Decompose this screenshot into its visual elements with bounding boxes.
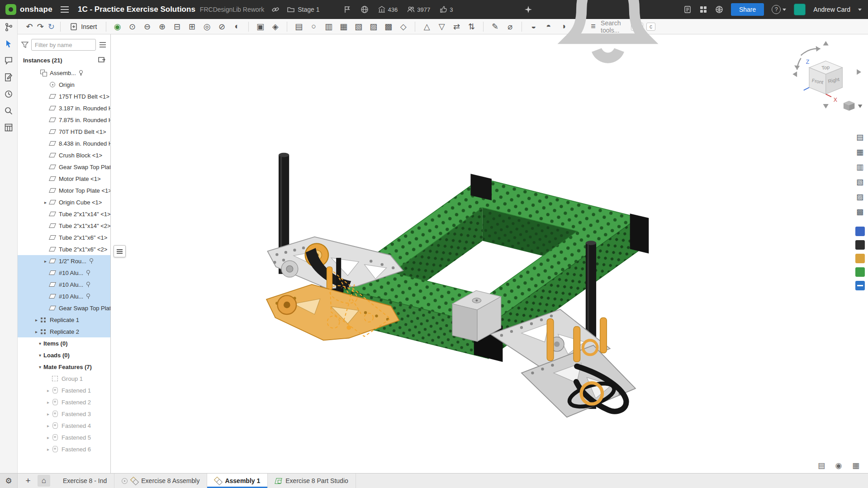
- share-button[interactable]: Share: [731, 3, 764, 16]
- section-panel-icon[interactable]: ▩: [854, 206, 865, 217]
- tree-row[interactable]: Motor Top Plate <1>: [18, 185, 110, 196]
- document-tab[interactable]: Exercise 8 - Ind: [56, 474, 114, 488]
- expand-chevron-icon[interactable]: ▸: [45, 423, 52, 428]
- tree-row[interactable]: Tube 2"x1"x6" <1>: [18, 232, 110, 243]
- search-icon[interactable]: [4, 106, 13, 115]
- branch-icon[interactable]: [4, 23, 13, 32]
- tree-row[interactable]: Tube 2"x1"x14" <2>: [18, 220, 110, 232]
- grid-icon[interactable]: ▦: [850, 460, 862, 471]
- integration-app-2-icon[interactable]: [855, 240, 865, 250]
- sep-1[interactable]: [248, 22, 249, 32]
- user-menu-chevron-icon[interactable]: [858, 9, 862, 11]
- globe-icon[interactable]: [360, 5, 369, 14]
- home-tab-button[interactable]: ⌂: [38, 475, 50, 487]
- tree-row[interactable]: ▾ Mate Features (7): [18, 361, 110, 373]
- measure-icon[interactable]: △: [419, 20, 434, 33]
- expand-chevron-icon[interactable]: ▸: [42, 200, 49, 205]
- drawing-icon[interactable]: ✎: [488, 20, 503, 33]
- link-icon[interactable]: [271, 5, 280, 14]
- render-layers-icon[interactable]: ▤: [816, 460, 827, 471]
- tree-row[interactable]: Motor Plate <1>: [18, 173, 110, 185]
- tree-row[interactable]: Assemb...: [18, 67, 110, 79]
- rollback-button[interactable]: ↻: [46, 20, 57, 33]
- notifications-button[interactable]: [540, 0, 676, 78]
- tree-row[interactable]: Tube 2"x1"x14" <1>: [18, 208, 110, 220]
- redo-button[interactable]: ↷: [35, 20, 46, 33]
- integration-app-4-icon[interactable]: [855, 267, 865, 277]
- expand-chevron-icon[interactable]: ▸: [45, 400, 52, 405]
- cylindrical-mate-icon[interactable]: ◎: [199, 20, 214, 33]
- dimension-icon[interactable]: ⌀: [503, 20, 517, 33]
- expand-chevron-icon[interactable]: ▸: [33, 329, 40, 334]
- tree-row[interactable]: Tube 2"x1"x6" <2>: [18, 243, 110, 255]
- sheet-metal-icon[interactable]: ◇: [396, 20, 411, 33]
- snap-mode-icon[interactable]: ◉: [110, 20, 125, 33]
- appearance-panel-icon[interactable]: ▦: [854, 147, 865, 157]
- sep-4[interactable]: [483, 22, 484, 32]
- filter-input[interactable]: [31, 39, 96, 51]
- sep-5[interactable]: [522, 22, 522, 32]
- history-icon[interactable]: [4, 90, 13, 99]
- tree-row[interactable]: Gear Swap Top Plate ...: [18, 161, 110, 173]
- expand-chevron-icon[interactable]: ▸: [42, 259, 49, 264]
- tree-row[interactable]: ▸ Fastened 3: [18, 408, 110, 420]
- network-icon[interactable]: [715, 5, 723, 14]
- mirror-icon[interactable]: ▥: [321, 20, 336, 33]
- ball-mate-icon[interactable]: ◐: [229, 20, 244, 33]
- expand-chevron-icon[interactable]: ▸: [45, 447, 52, 452]
- tree-row[interactable]: ▸ Fastened 1: [18, 384, 110, 396]
- org-stat[interactable]: 436: [378, 5, 398, 14]
- expand-chevron-icon[interactable]: ▸: [33, 317, 40, 322]
- mate-icon[interactable]: ⊙: [125, 20, 140, 33]
- tree-row[interactable]: ▸ Origin Cube <1>: [18, 196, 110, 208]
- assembly-scene[interactable]: Top Front Right Z X: [111, 34, 868, 473]
- apps-grid-icon[interactable]: [699, 5, 707, 14]
- integration-app-1-icon[interactable]: [855, 227, 865, 236]
- collapse-panel-icon[interactable]: [98, 56, 106, 64]
- tree-row[interactable]: 70T HTD Belt <1>: [18, 126, 110, 137]
- tree-flyout-button[interactable]: [114, 245, 126, 257]
- onshape-logo[interactable]: onshape: [5, 4, 52, 15]
- list-options-icon[interactable]: [99, 41, 107, 49]
- likes-stat[interactable]: 3: [439, 5, 453, 14]
- tree-row[interactable]: ▸ 1/2" Rou...: [18, 255, 110, 267]
- group-icon[interactable]: ▣: [253, 20, 268, 33]
- help-button[interactable]: ?: [772, 5, 786, 14]
- flag-icon[interactable]: [343, 5, 351, 14]
- turntable-icon[interactable]: ◉: [833, 460, 844, 471]
- cursor-icon[interactable]: [4, 39, 13, 48]
- fastened-mate-icon[interactable]: ⊖: [140, 20, 155, 33]
- circular-pattern-icon[interactable]: ○: [306, 20, 321, 33]
- tree-row[interactable]: 175T HTD Belt <1>: [18, 90, 110, 102]
- hamburger-icon[interactable]: [61, 6, 69, 13]
- tree-row[interactable]: Crush Block <1>: [18, 149, 110, 161]
- add-tab-button[interactable]: +: [21, 475, 35, 487]
- configuration-panel-icon[interactable]: ▧: [854, 176, 865, 187]
- analytics-icon[interactable]: [4, 123, 13, 132]
- integration-app-5-icon[interactable]: [855, 281, 865, 290]
- named-positions-icon[interactable]: ▨: [366, 20, 381, 33]
- manage-tabs-button[interactable]: ⚙: [0, 474, 18, 488]
- report-icon[interactable]: [683, 5, 692, 14]
- display-panel-icon[interactable]: ▨: [854, 191, 865, 202]
- edit-document-icon[interactable]: [4, 73, 13, 82]
- planar-mate-icon[interactable]: ⊞: [185, 20, 199, 33]
- comment-icon[interactable]: [4, 56, 13, 65]
- tree-row[interactable]: 8.438 in. Rounded Hex...: [18, 137, 110, 149]
- tree-row[interactable]: ▸ Fastened 5: [18, 431, 110, 443]
- linear-pattern-icon[interactable]: ▤: [291, 20, 306, 33]
- tree-row[interactable]: Gear Swap Top Plate ...: [18, 302, 110, 314]
- expand-chevron-icon[interactable]: ▾: [37, 353, 43, 358]
- replicate-icon[interactable]: ▦: [336, 20, 351, 33]
- avatar[interactable]: [794, 4, 806, 15]
- document-tab[interactable]: Assembly 1: [207, 474, 268, 488]
- undo-button[interactable]: ↶: [24, 20, 35, 33]
- tree-row[interactable]: #10 Alu...: [18, 267, 110, 279]
- explode-icon[interactable]: ▧: [351, 20, 366, 33]
- tree-row[interactable]: #10 Alu...: [18, 290, 110, 302]
- tree-row[interactable]: ▾ Loads (0): [18, 349, 110, 361]
- expand-chevron-icon[interactable]: ▾: [37, 365, 43, 370]
- expand-chevron-icon[interactable]: ▾: [37, 341, 43, 346]
- rotate-down-arrow[interactable]: [823, 104, 829, 109]
- tree-row[interactable]: ▸ Fastened 4: [18, 420, 110, 431]
